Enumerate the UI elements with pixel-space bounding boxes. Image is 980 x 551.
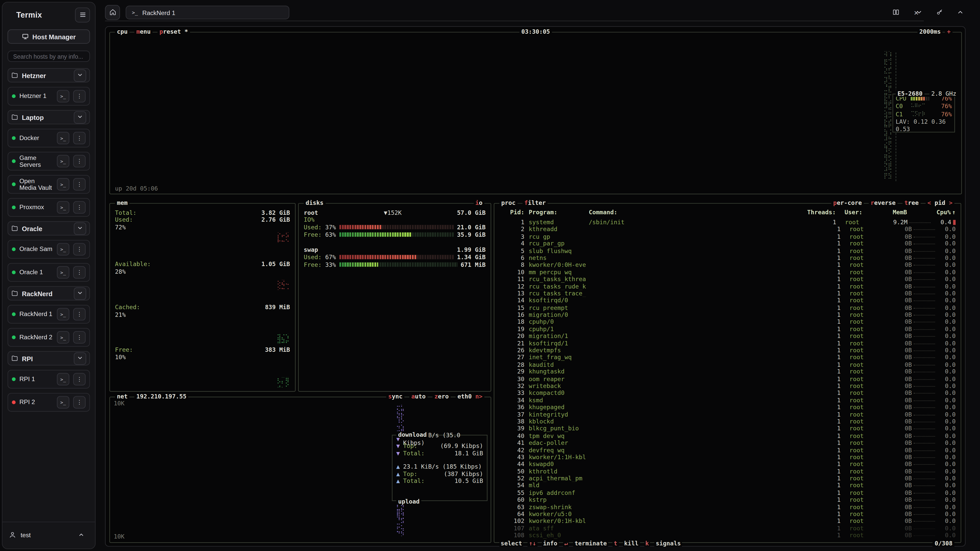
filter-button[interactable]: filter <box>522 199 548 206</box>
footer-action[interactable]: terminate <box>573 540 608 547</box>
process-row[interactable]: 11rcu_tasks_kthrea1root0B0.0 <box>494 275 961 283</box>
process-row[interactable]: 21ksoftirqd/11root0B0.0 <box>494 340 961 347</box>
host-connect-button[interactable]: >_ <box>57 373 69 386</box>
process-row[interactable]: 29khungtaskd1root0B0.0 <box>494 368 961 375</box>
ssh-keys-button[interactable] <box>932 5 947 20</box>
host-connect-button[interactable]: >_ <box>57 266 69 279</box>
sidebar-menu-button[interactable] <box>75 7 90 22</box>
process-row[interactable]: 60kstrp1root0B0.0 <box>494 496 961 503</box>
host-menu-button[interactable]: ⋮ <box>73 90 86 103</box>
host-item-rpi-2[interactable]: RPI 2>_⋮ <box>7 393 90 411</box>
net-auto-button[interactable]: auto <box>409 393 428 400</box>
group-header-laptop[interactable]: Laptop <box>7 110 90 124</box>
process-row[interactable]: 108scsi_eh_01root0B0.0 <box>494 532 961 539</box>
process-row[interactable]: 33kcompactd01root0B0.0 <box>494 389 961 397</box>
host-connect-button[interactable]: >_ <box>57 308 69 321</box>
process-row[interactable]: 18cpuhp/01root0B0.0 <box>494 318 961 326</box>
host-connect-button[interactable]: >_ <box>57 132 69 144</box>
host-menu-button[interactable]: ⋮ <box>73 243 86 256</box>
menu-button[interactable]: menu <box>135 28 153 35</box>
collapse-panel-button[interactable] <box>912 5 926 20</box>
net-interface-switcher[interactable]: eth0 n> <box>455 393 484 400</box>
process-row[interactable]: 37kintegrityd1root0B0.0 <box>494 411 961 418</box>
footer-key[interactable]: ↑↓ <box>528 540 538 547</box>
process-row[interactable]: 30oom_reaper1root0B0.0 <box>494 375 961 383</box>
process-row[interactable]: 32writeback1root0B0.0 <box>494 383 961 389</box>
process-row[interactable]: 50kthrotld1root0B0.0 <box>494 468 961 475</box>
host-item-rpi-1[interactable]: RPI 1>_⋮ <box>7 370 90 389</box>
host-menu-button[interactable]: ⋮ <box>73 266 86 279</box>
process-row[interactable]: 2kthreadd1root0B0.0 <box>494 226 961 233</box>
footer-key[interactable]: k <box>644 540 650 547</box>
process-row[interactable]: 8kworker/0:0H-eve1root0B0.0 <box>494 262 961 268</box>
footer-key[interactable]: ↵ <box>563 540 569 547</box>
preset-button[interactable]: preset * <box>158 28 190 35</box>
process-row[interactable]: 64kworker/u5:01root0B0.0 <box>494 510 961 518</box>
host-menu-button[interactable]: ⋮ <box>73 396 86 409</box>
group-header-rpi[interactable]: RPI <box>7 351 90 365</box>
group-header-hetzner[interactable]: Hetzner <box>7 68 90 83</box>
host-item-proxmox[interactable]: Proxmox>_⋮ <box>7 198 90 217</box>
group-collapse-button[interactable] <box>74 111 86 124</box>
host-menu-button[interactable]: ⋮ <box>73 132 86 144</box>
process-row[interactable]: 20migration/11root0B0.0 <box>494 332 961 340</box>
group-header-racknerd[interactable]: RackNerd <box>7 286 90 300</box>
process-row[interactable]: 15rcu_preempt1root0B0.0 <box>494 304 961 311</box>
host-item-open-media-vault[interactable]: Open Media Vault>_⋮ <box>7 175 90 194</box>
process-row[interactable]: 5slub_flushwq1root0B0.0 <box>494 247 961 254</box>
process-row[interactable]: 26kdevtmpfs1root0B0.0 <box>494 347 961 354</box>
host-item-hetzner-1[interactable]: Hetzner 1>_⋮ <box>7 87 90 105</box>
process-row[interactable]: 38kblockd1root0B0.0 <box>494 418 961 425</box>
sort-column-switcher[interactable]: < pid > <box>926 199 955 206</box>
footer-action[interactable]: info <box>542 540 558 547</box>
host-connect-button[interactable]: >_ <box>57 155 69 167</box>
process-row[interactable]: 42devfreq_wq1root0B0.0 <box>494 446 961 454</box>
update-interval[interactable]: 2000ms <box>918 28 943 35</box>
group-header-oracle[interactable]: Oracle <box>7 221 90 235</box>
host-connect-button[interactable]: >_ <box>57 178 69 191</box>
process-row[interactable]: 3rcu_gp1root0B0.0 <box>494 233 961 240</box>
host-item-oracle-1[interactable]: Oracle 1>_⋮ <box>7 263 90 282</box>
home-button[interactable] <box>105 5 120 20</box>
footer-key[interactable]: t <box>612 540 619 547</box>
host-menu-button[interactable]: ⋮ <box>73 178 86 191</box>
process-row[interactable]: 43kworker/1:1H-kbl1root0B0.0 <box>494 454 961 461</box>
process-row[interactable]: 55ipv6_addrconf1root0B0.0 <box>494 489 961 496</box>
process-row[interactable]: 102kworker/0:1H-kbl1root0B0.0 <box>494 518 961 525</box>
host-manager-button[interactable]: Host Manager <box>7 29 90 44</box>
search-input[interactable] <box>7 51 90 62</box>
net-zero-button[interactable]: zero <box>433 393 451 400</box>
process-row[interactable]: 40tpm_dev_wq1root0B0.0 <box>494 432 961 439</box>
host-item-docker[interactable]: Docker>_⋮ <box>7 129 90 147</box>
process-row[interactable]: 41edac-poller1root0B0.0 <box>494 439 961 446</box>
footer-action[interactable]: select <box>500 540 523 547</box>
host-connect-button[interactable]: >_ <box>57 243 69 256</box>
footer-action[interactable]: signals <box>655 540 682 547</box>
host-menu-button[interactable]: ⋮ <box>73 155 86 167</box>
host-menu-button[interactable]: ⋮ <box>73 373 86 386</box>
process-row[interactable]: 12rcu_tasks_rude_k1root0B0.0 <box>494 283 961 290</box>
process-row[interactable]: 19cpuhp/11root0B0.0 <box>494 326 961 333</box>
split-view-button[interactable] <box>888 5 903 20</box>
process-row[interactable]: 6netns1root0B0.0 <box>494 254 961 262</box>
group-collapse-button[interactable] <box>74 222 86 235</box>
group-collapse-button[interactable] <box>74 287 86 300</box>
host-item-game-servers[interactable]: Game Servers>_⋮ <box>7 152 90 170</box>
host-item-racknerd-1[interactable]: RackNerd 1>_⋮ <box>7 305 90 324</box>
process-row[interactable]: 63zswap-shrink1root0B0.0 <box>494 503 961 510</box>
per-core-button[interactable]: per-core <box>831 199 864 206</box>
process-row[interactable]: 52acpi_thermal_pm1root0B0.0 <box>494 475 961 482</box>
host-item-oracle-sam[interactable]: Oracle Sam>_⋮ <box>7 240 90 259</box>
process-row[interactable]: 54mld1root0B0.0 <box>494 482 961 489</box>
process-row[interactable]: 13rcu_tasks_trace_1root0B0.0 <box>494 290 961 297</box>
process-row[interactable]: 34ksmd1root0B0.0 <box>494 397 961 404</box>
process-row[interactable]: 10mm_percpu_wq1root0B0.0 <box>494 268 961 275</box>
process-row[interactable]: 1systemd/sbin/init1root9.2M0.4 <box>494 219 961 226</box>
host-connect-button[interactable]: >_ <box>57 90 69 103</box>
group-collapse-button[interactable] <box>74 69 86 82</box>
footer-action[interactable]: kill <box>623 540 640 547</box>
host-menu-button[interactable]: ⋮ <box>73 201 86 214</box>
process-row[interactable]: 27inet_frag_wq1root0B0.0 <box>494 354 961 361</box>
expand-panel-button[interactable] <box>953 5 967 20</box>
host-menu-button[interactable]: ⋮ <box>73 331 86 344</box>
